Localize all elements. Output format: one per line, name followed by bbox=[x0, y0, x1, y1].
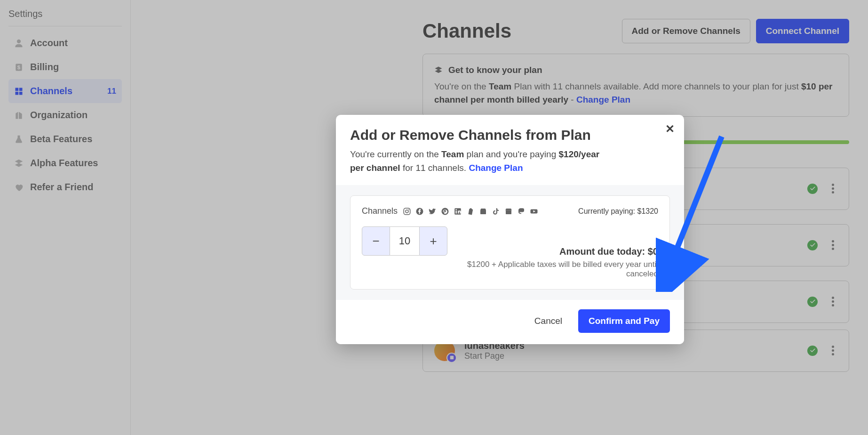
twitter-icon bbox=[428, 207, 437, 216]
linkedin-icon bbox=[454, 207, 462, 216]
tiktok-icon bbox=[492, 207, 500, 216]
modal-text-segment: for 11 channels. bbox=[400, 163, 469, 173]
channel-count-stepper: − 10 + bbox=[362, 226, 447, 256]
svg-point-9 bbox=[408, 209, 409, 209]
currently-paying-value: $1320 bbox=[637, 207, 659, 215]
pinterest-icon bbox=[441, 207, 449, 216]
close-button[interactable]: ✕ bbox=[664, 123, 676, 135]
modal-text-segment: plan and you're paying bbox=[464, 149, 558, 159]
svg-point-8 bbox=[406, 210, 408, 213]
modal-plan-name: Team bbox=[441, 149, 464, 159]
currently-paying: Currently paying: $1320 bbox=[578, 207, 658, 216]
cancel-button[interactable]: Cancel bbox=[525, 309, 572, 333]
modal-text-segment: You're currently on the bbox=[350, 149, 441, 159]
add-remove-channels-modal: ✕ Add or Remove Channels from Plan You'r… bbox=[336, 115, 684, 344]
modal-config-card: Channels Currently paying: $1320 − 10 bbox=[350, 195, 670, 290]
store-icon bbox=[504, 207, 513, 216]
svg-rect-16 bbox=[506, 210, 511, 214]
modal-title: Add or Remove Channels from Plan bbox=[350, 127, 670, 143]
instagram-icon bbox=[403, 207, 411, 216]
amount-due-value: $0 bbox=[648, 246, 658, 257]
confirm-and-pay-button[interactable]: Confirm and Pay bbox=[578, 309, 670, 333]
amount-due: Amount due today: $0 bbox=[447, 246, 658, 257]
svg-rect-15 bbox=[480, 210, 486, 214]
modal-subtitle: You're currently on the Team plan and yo… bbox=[350, 148, 613, 175]
svg-point-14 bbox=[455, 209, 456, 210]
svg-rect-13 bbox=[456, 210, 457, 213]
shopify-icon bbox=[466, 207, 475, 216]
youtube-icon bbox=[530, 207, 538, 216]
channels-label: Channels bbox=[362, 206, 398, 216]
billing-note: $1200 + Applicable taxes will be billed … bbox=[447, 260, 658, 279]
stepper-value: 10 bbox=[390, 226, 419, 256]
facebook-icon bbox=[415, 207, 424, 216]
amount-due-label: Amount due today: bbox=[559, 246, 648, 257]
mastodon-icon bbox=[517, 207, 526, 216]
modal-change-plan-link[interactable]: Change Plan bbox=[469, 163, 523, 173]
googlebiz-icon bbox=[479, 207, 487, 216]
currently-paying-label: Currently paying: bbox=[578, 207, 637, 215]
stepper-decrement[interactable]: − bbox=[362, 226, 390, 256]
svg-point-11 bbox=[442, 208, 449, 215]
stepper-increment[interactable]: + bbox=[419, 226, 447, 256]
